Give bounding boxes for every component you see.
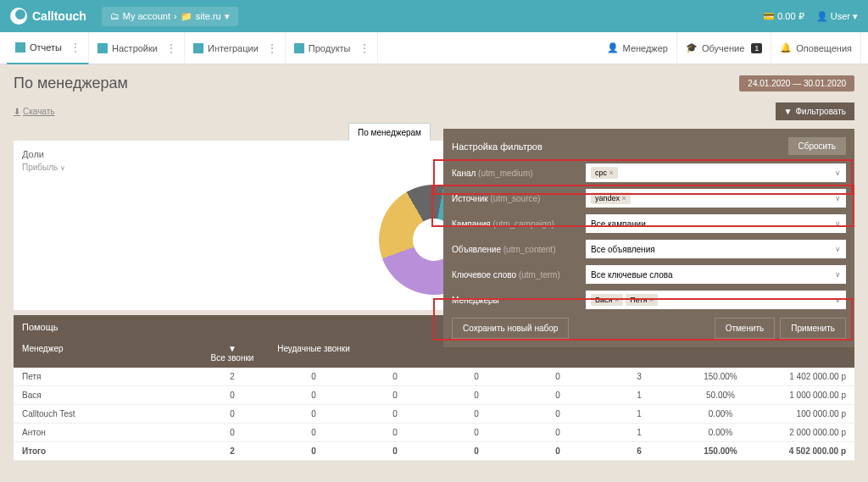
tab-managers[interactable]: По менеджерам — [348, 123, 431, 142]
filter-ad-label: Объявление (utm_content) — [452, 245, 579, 254]
tools-row: ⬇ Скачать ▼Фильтровать — [0, 102, 868, 127]
filter-channel-label: Канал (utm_medium) — [452, 169, 579, 178]
filter-panel: Настройка фильтров Сбросить Канал (utm_m… — [443, 129, 854, 347]
nav-reports-label: Отчеты — [30, 42, 62, 53]
training-badge: 1 — [751, 43, 762, 53]
data-table: Петя200003150.00%1 402 000.00 рВася00000… — [14, 368, 854, 461]
col-manager[interactable]: Менеджер — [22, 344, 192, 363]
products-icon — [294, 43, 304, 53]
download-label: Скачать — [23, 107, 55, 116]
dots-icon[interactable]: ⋮ — [263, 42, 276, 55]
chevron-right-icon: › — [174, 11, 177, 21]
filter-campaign-input[interactable]: Все кампании — [586, 214, 846, 233]
nav-alerts-label: Оповещения — [796, 43, 852, 53]
nav-integrations[interactable]: Интеграции⋮ — [185, 32, 286, 64]
filter-campaign-row: Кампания (utm_campaign) Все кампании — [452, 214, 846, 233]
user-text: User — [831, 11, 850, 21]
header-right: 💳 0.00 ₽ 👤 User ▾ — [763, 11, 858, 22]
filter-campaign-label: Кампания (utm_campaign) — [452, 219, 579, 229]
filter-source-row: Источник (utm_source) yandex — [452, 189, 846, 208]
nav-manager-label: Менеджер — [623, 43, 668, 53]
app-header: Calltouch 🗂My account › 📁site.ru ▾ 💳 0.0… — [0, 0, 868, 32]
filter-keyword-row: Ключевое слово (utm_term) Все ключевые с… — [452, 265, 846, 284]
nav-alerts[interactable]: 🔔 Оповещения — [771, 32, 861, 64]
tag-petya[interactable]: Петя — [626, 294, 658, 306]
col-3[interactable] — [354, 344, 436, 363]
filter-keyword-input[interactable]: Все ключевые слова — [586, 265, 846, 284]
logo-icon — [10, 8, 27, 25]
filter-source-input[interactable]: yandex — [586, 189, 846, 208]
table-row[interactable]: Вася00000150.00%1 000 000.00 р — [14, 386, 854, 405]
chevron-down-icon: ▾ — [225, 11, 230, 22]
breadcrumb-site: site.ru — [196, 11, 221, 21]
nav-manager[interactable]: 👤 Менеджер — [598, 32, 677, 64]
nav-reports[interactable]: Отчеты⋮ — [7, 32, 89, 64]
table-row[interactable]: Итого200006150.00%4 502 000.00 р — [14, 442, 854, 461]
nav-training-label: Обучение — [702, 43, 744, 53]
title-row: По менеджерам 24.01.2020 — 30.01.2020 — [0, 64, 868, 102]
filter-managers-row: Менеджеры ВасяПетя — [452, 291, 846, 309]
brand-text: Calltouch — [32, 9, 86, 23]
reset-button[interactable]: Сбросить — [788, 137, 846, 155]
dots-icon[interactable]: ⋮ — [66, 41, 80, 54]
table-row[interactable]: Петя200003150.00%1 402 000.00 р — [14, 368, 854, 386]
tag-vasya[interactable]: Вася — [591, 294, 623, 306]
nav-right: 👤 Менеджер 🎓 Обучение1 🔔 Оповещения — [598, 32, 861, 64]
nav-products[interactable]: Продукты⋮ — [286, 32, 378, 64]
filter-ad-input[interactable]: Все объявления — [586, 240, 846, 258]
col-allcalls[interactable]: ▼Все звонки — [192, 344, 273, 363]
page-title: По менеджерам — [14, 75, 128, 92]
download-link[interactable]: ⬇ Скачать — [14, 107, 55, 116]
filter-channel-row: Канал (utm_medium) cpc — [452, 163, 846, 182]
dots-icon[interactable]: ⋮ — [355, 42, 369, 55]
breadcrumb[interactable]: 🗂My account › 📁site.ru ▾ — [102, 7, 238, 26]
wallet-icon[interactable]: 💳 0.00 ₽ — [763, 11, 804, 22]
brand-logo[interactable]: Calltouch — [10, 8, 86, 25]
tag-yandex[interactable]: yandex — [591, 192, 631, 204]
filter-button[interactable]: ▼Фильтровать — [776, 102, 854, 120]
cancel-button[interactable]: Отменить — [715, 318, 776, 339]
tag-cpc[interactable]: cpc — [591, 167, 618, 179]
dots-icon[interactable]: ⋮ — [162, 42, 175, 55]
breadcrumb-account: My account — [123, 11, 170, 21]
filter-managers-label: Менеджеры — [452, 296, 579, 305]
nav-training[interactable]: 🎓 Обучение1 — [677, 32, 771, 64]
filter-btn-label: Фильтровать — [796, 107, 847, 116]
briefcase-icon: 🗂 — [110, 11, 120, 21]
funnel-icon: ▼ — [784, 107, 793, 116]
reports-icon — [15, 42, 25, 53]
filter-keyword-label: Ключевое слово (utm_term) — [452, 270, 579, 280]
filter-source-label: Источник (utm_source) — [452, 194, 579, 203]
main-nav: Отчеты⋮ Настройки⋮ Интеграции⋮ Продукты⋮… — [0, 32, 868, 64]
integrations-icon — [193, 43, 203, 53]
filter-ad-row: Объявление (utm_content) Все объявления — [452, 240, 846, 258]
col-failed[interactable]: Неудачные звонки — [273, 344, 354, 363]
nav-settings-label: Настройки — [112, 43, 158, 53]
filter-footer: Сохранить новый набор Отменить Применить — [452, 318, 846, 339]
filter-managers-input[interactable]: ВасяПетя — [586, 291, 846, 309]
nav-settings[interactable]: Настройки⋮ — [89, 32, 185, 64]
filter-channel-input[interactable]: cpc — [586, 163, 846, 182]
nav-integrations-label: Интеграции — [208, 43, 259, 53]
settings-icon — [97, 43, 108, 53]
balance-text: 0.00 ₽ — [777, 11, 804, 21]
folder-icon: 📁 — [181, 11, 192, 22]
filter-panel-title: Настройка фильтров — [452, 141, 542, 152]
table-row[interactable]: Антон0000010.00%2 000 000.00 р — [14, 424, 854, 442]
filter-panel-header: Настройка фильтров Сбросить — [452, 137, 846, 155]
user-menu[interactable]: 👤 User ▾ — [816, 11, 858, 22]
apply-button[interactable]: Применить — [780, 318, 846, 339]
table-row[interactable]: Calltouch Test0000010.00%100 000.00 р — [14, 405, 854, 424]
nav-products-label: Продукты — [309, 43, 351, 53]
save-set-button[interactable]: Сохранить новый набор — [452, 318, 569, 339]
date-range[interactable]: 24.01.2020 — 30.01.2020 — [739, 75, 854, 91]
